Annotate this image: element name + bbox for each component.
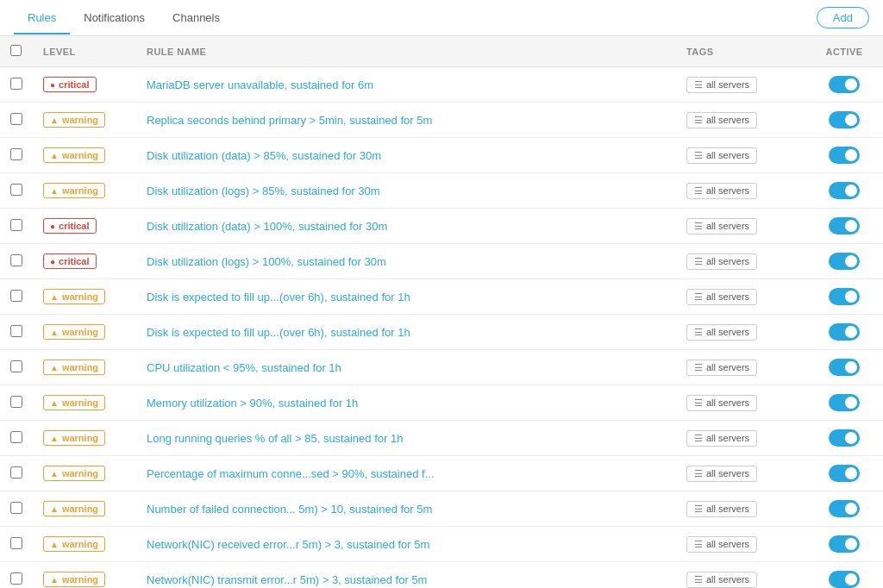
active-toggle[interactable]: [829, 500, 860, 517]
col-header-level: LEVEL: [33, 36, 136, 67]
tag-badge[interactable]: ☰all servers: [686, 572, 757, 588]
tag-list-icon: ☰: [694, 79, 703, 91]
rule-name-link[interactable]: Number of failed connection... 5m) > 10,…: [147, 503, 432, 516]
row-tags-cell: ☰all servers: [676, 279, 805, 315]
level-label: warning: [62, 327, 98, 337]
active-toggle[interactable]: [829, 288, 860, 305]
tag-badge[interactable]: ☰all servers: [686, 147, 757, 164]
tag-badge[interactable]: ☰all servers: [686, 253, 757, 270]
active-toggle[interactable]: [829, 535, 860, 553]
warning-icon: ▲: [50, 469, 59, 479]
table-row: ▲warningDisk utilization (logs) > 85%, s…: [0, 173, 883, 209]
active-toggle[interactable]: [829, 429, 860, 447]
rule-name-link[interactable]: Network(NIC) received error...r 5m) > 3,…: [147, 538, 429, 551]
row-checkbox[interactable]: [10, 184, 22, 196]
tag-badge[interactable]: ☰all servers: [686, 466, 757, 482]
row-checkbox[interactable]: [10, 113, 22, 125]
tab-rules[interactable]: Rules: [14, 3, 70, 34]
col-header-active: ACTIVE: [805, 36, 883, 67]
rule-name-link[interactable]: Memory utilization > 90%, sustained for …: [147, 397, 358, 410]
rule-name-link[interactable]: CPU utilization < 95%, sustained for 1h: [147, 361, 341, 374]
tag-badge[interactable]: ☰all servers: [686, 183, 757, 199]
row-tags-cell: ☰all servers: [676, 315, 805, 350]
row-checkbox[interactable]: [10, 537, 22, 549]
row-checkbox[interactable]: [10, 290, 22, 302]
active-toggle[interactable]: [829, 147, 860, 164]
tag-badge[interactable]: ☰all servers: [686, 112, 757, 128]
active-toggle[interactable]: [829, 323, 860, 341]
row-checkbox-cell: [0, 491, 33, 527]
level-badge: ▲warning: [43, 360, 105, 375]
row-checkbox[interactable]: [10, 148, 22, 160]
row-checkbox[interactable]: [10, 431, 22, 443]
rule-name-link[interactable]: Disk utilization (logs) > 100%, sustaine…: [147, 255, 386, 268]
row-checkbox[interactable]: [10, 325, 22, 337]
row-tags-cell: ☰all servers: [676, 562, 805, 589]
select-all-checkbox[interactable]: [10, 45, 22, 56]
rule-name-link[interactable]: Percentage of maximum conne...sed > 90%,…: [147, 467, 435, 480]
tag-badge[interactable]: ☰all servers: [686, 536, 757, 553]
row-checkbox[interactable]: [10, 219, 22, 231]
row-checkbox[interactable]: [10, 502, 22, 514]
level-badge: ▲warning: [43, 112, 105, 128]
tag-list-icon: ☰: [694, 150, 703, 161]
rule-name-link[interactable]: Disk is expected to fill up...(over 6h),…: [147, 326, 410, 339]
add-button[interactable]: Add: [817, 7, 869, 28]
rule-name-link[interactable]: Long running queries % of all > 85, sust…: [147, 432, 403, 445]
active-toggle[interactable]: [829, 571, 860, 588]
tag-badge[interactable]: ☰all servers: [686, 77, 757, 93]
rule-name-link[interactable]: Disk utilization (data) > 85%, sustained…: [147, 149, 381, 162]
tag-badge[interactable]: ☰all servers: [686, 218, 757, 235]
tag-badge[interactable]: ☰all servers: [686, 395, 757, 411]
row-checkbox[interactable]: [10, 78, 22, 90]
active-toggle[interactable]: [829, 111, 860, 128]
row-checkbox[interactable]: [10, 466, 22, 479]
row-tags-cell: ☰all servers: [676, 209, 805, 244]
tag-badge[interactable]: ☰all servers: [686, 360, 757, 376]
row-checkbox[interactable]: [10, 572, 22, 585]
rule-name-link[interactable]: Disk is expected to fill up...(over 6h),…: [147, 291, 410, 303]
active-toggle[interactable]: [829, 394, 860, 411]
tab-channels[interactable]: Channels: [159, 3, 234, 34]
row-active-cell: [805, 209, 883, 244]
critical-icon: ●: [50, 80, 55, 90]
tab-notifications[interactable]: Notifications: [70, 3, 159, 34]
warning-icon: ▲: [50, 434, 59, 443]
table-row: ▲warningReplica seconds behind primary >…: [0, 103, 883, 138]
rule-name-link[interactable]: Disk utilization (data) > 100%, sustaine…: [147, 220, 387, 233]
tag-list-icon: ☰: [694, 256, 703, 267]
active-toggle[interactable]: [829, 217, 860, 235]
row-level-cell: ●critical: [33, 67, 136, 103]
active-toggle[interactable]: [829, 182, 860, 199]
row-checkbox[interactable]: [10, 254, 22, 266]
level-label: warning: [62, 362, 98, 372]
toggle-slider: [829, 147, 860, 164]
row-name-cell: Disk utilization (logs) > 85%, sustained…: [136, 173, 676, 209]
active-toggle[interactable]: [829, 359, 860, 376]
toggle-slider: [829, 76, 860, 93]
active-toggle[interactable]: [829, 465, 860, 482]
row-name-cell: Long running queries % of all > 85, sust…: [136, 421, 676, 456]
row-checkbox[interactable]: [10, 396, 22, 408]
row-checkbox[interactable]: [10, 360, 22, 372]
rule-name-link[interactable]: MariaDB server unavailable, sustained fo…: [147, 78, 373, 91]
row-level-cell: ▲warning: [33, 385, 136, 421]
rule-name-link[interactable]: Network(NIC) transmit error...r 5m) > 3,…: [147, 573, 427, 586]
row-active-cell: [805, 385, 883, 421]
tag-badge[interactable]: ☰all servers: [686, 501, 757, 517]
row-checkbox-cell: [0, 67, 33, 103]
row-active-cell: [805, 173, 883, 209]
active-toggle[interactable]: [829, 253, 860, 270]
rule-name-link[interactable]: Disk utilization (logs) > 85%, sustained…: [147, 185, 380, 197]
row-tags-cell: ☰all servers: [676, 173, 805, 209]
tag-badge[interactable]: ☰all servers: [686, 430, 757, 447]
rule-name-link[interactable]: Replica seconds behind primary > 5min, s…: [147, 114, 432, 127]
tag-badge[interactable]: ☰all servers: [686, 324, 757, 341]
tag-label: all servers: [706, 327, 749, 337]
level-badge: ●critical: [43, 77, 97, 92]
row-level-cell: ▲warning: [33, 138, 136, 173]
tag-label: all servers: [706, 397, 749, 408]
row-level-cell: ▲warning: [33, 421, 136, 456]
tag-badge[interactable]: ☰all servers: [686, 289, 757, 305]
active-toggle[interactable]: [829, 76, 860, 93]
